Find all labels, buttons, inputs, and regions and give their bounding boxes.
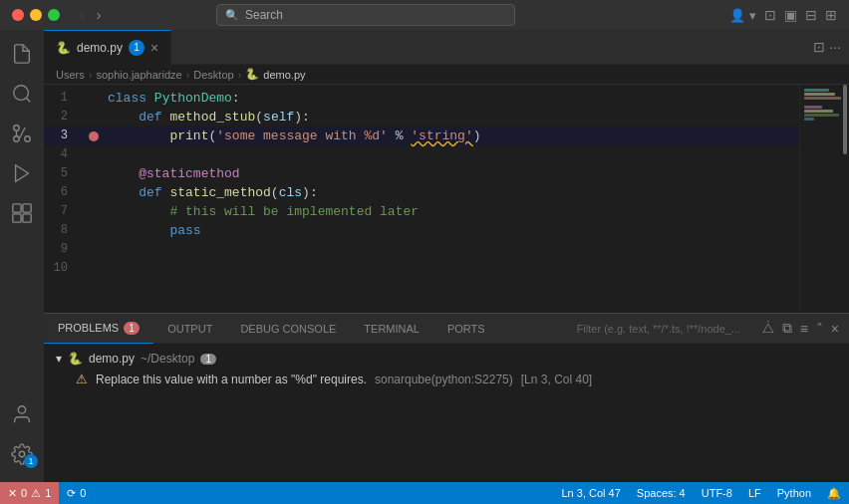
- svg-point-3: [14, 126, 20, 131]
- line-content-4: [104, 145, 791, 164]
- error-icon: ✕: [8, 487, 17, 500]
- minimap-line-2: [804, 93, 835, 96]
- panel-tab-ports[interactable]: PORTS: [433, 314, 499, 344]
- minimap-line-1: [804, 89, 829, 92]
- activity-bar: 1: [0, 30, 44, 482]
- panel-tab-debug-console[interactable]: DEBUG CONSOLE: [226, 314, 350, 344]
- activity-item-run-debug[interactable]: [2, 153, 42, 193]
- warning-icon: ⚠: [76, 372, 88, 386]
- line-number-10: 10: [44, 259, 84, 278]
- layout-button2[interactable]: ▣: [784, 7, 797, 23]
- svg-rect-8: [13, 214, 21, 222]
- panel-tabs: PROBLEMS 1 OUTPUT DEBUG CONSOLE TERMINAL…: [44, 314, 849, 344]
- svg-point-10: [18, 406, 25, 413]
- status-language[interactable]: Python: [769, 482, 819, 504]
- minimap[interactable]: [799, 85, 849, 313]
- status-encoding[interactable]: UTF-8: [694, 482, 740, 504]
- close-panel-button[interactable]: ×: [829, 319, 841, 339]
- line-number-5: 5: [44, 164, 84, 183]
- layout-button3[interactable]: ⊟: [805, 7, 817, 23]
- minimize-button[interactable]: [30, 9, 42, 21]
- window-controls: [12, 9, 60, 21]
- breadcrumb: Users › sophio.japharidze › Desktop › 🐍 …: [44, 65, 849, 85]
- avatar-button[interactable]: 👤 ▾: [729, 8, 756, 23]
- breadcrumb-filename: demo.py: [263, 69, 305, 81]
- tab-close-button[interactable]: ×: [150, 41, 158, 55]
- svg-point-2: [25, 136, 31, 142]
- breakpoint-icon[interactable]: [89, 131, 99, 141]
- breadcrumb-file[interactable]: 🐍 demo.py: [245, 68, 305, 81]
- status-spaces[interactable]: Spaces: 4: [629, 482, 694, 504]
- minimap-line-8: [804, 118, 814, 121]
- breadcrumb-users[interactable]: Users: [56, 69, 85, 81]
- activity-item-explorer[interactable]: [2, 34, 42, 74]
- panel: PROBLEMS 1 OUTPUT DEBUG CONSOLE TERMINAL…: [44, 313, 849, 482]
- activity-item-extensions[interactable]: [2, 193, 42, 233]
- titlebar: ‹ › 🔍 Search 👤 ▾ ⊡ ▣ ⊟ ⊞: [0, 0, 849, 30]
- encoding-text: UTF-8: [702, 487, 732, 499]
- maximize-button[interactable]: [48, 9, 60, 21]
- terminal-label: TERMINAL: [364, 323, 420, 335]
- problems-badge: 1: [124, 322, 140, 335]
- spaces-text: Spaces: 4: [637, 487, 686, 499]
- activity-item-search[interactable]: [2, 74, 42, 114]
- breadcrumb-username[interactable]: sophio.japharidze: [96, 69, 181, 81]
- code-editor[interactable]: 1 class PythonDemo: 2 def method_stub(se…: [44, 85, 799, 313]
- code-line-7: 7 # this will be implemented later: [44, 202, 799, 221]
- collapse-icon: ▾: [56, 352, 62, 366]
- copy-button[interactable]: ⧉: [780, 318, 794, 339]
- problem-item-1[interactable]: ⚠ Replace this value with a number as "%…: [52, 368, 841, 390]
- problem-path: ~/Desktop: [141, 352, 194, 366]
- split-editor-button[interactable]: ⊡: [813, 39, 825, 55]
- problem-file: demo.py: [89, 352, 135, 366]
- status-sync[interactable]: ⟳ 0: [59, 482, 94, 504]
- python-icon: 🐍: [68, 352, 83, 366]
- line-content-9: [104, 240, 791, 259]
- layout-split-button[interactable]: ⊡: [764, 7, 776, 23]
- bell-icon: 🔔: [827, 487, 841, 500]
- line-content-1: class PythonDemo:: [104, 89, 791, 108]
- minimap-content: [800, 85, 849, 126]
- code-line-6: 6 def static_method(cls):: [44, 183, 799, 202]
- layout-button4[interactable]: ⊞: [825, 7, 837, 23]
- search-bar[interactable]: 🔍 Search: [216, 4, 515, 26]
- line-content-5: @staticmethod: [104, 164, 791, 183]
- line-content-3: print('some message with %d' % 'string'): [104, 126, 791, 145]
- breadcrumb-desktop[interactable]: Desktop: [193, 69, 233, 81]
- tab-demo-py[interactable]: 🐍 demo.py 1 ×: [44, 30, 171, 65]
- status-errors[interactable]: ✕ 0 ⚠ 1: [0, 482, 59, 504]
- warning-icon: ⚠: [31, 487, 41, 500]
- line-gutter-3: [84, 131, 104, 141]
- line-content-2: def method_stub(self):: [104, 108, 791, 126]
- status-notifications[interactable]: 🔔: [819, 482, 849, 504]
- activity-item-source-control[interactable]: [2, 114, 42, 153]
- filter-input[interactable]: [577, 323, 756, 335]
- status-position[interactable]: Ln 3, Col 47: [553, 482, 628, 504]
- file-icon: 🐍: [245, 68, 259, 81]
- forward-button[interactable]: ›: [93, 5, 106, 25]
- main-container: 1 🐍 demo.py 1 × ⊡ ··· Users: [0, 30, 849, 482]
- panel-tab-problems[interactable]: PROBLEMS 1: [44, 314, 153, 344]
- panel-tab-output[interactable]: OUTPUT: [153, 314, 226, 344]
- status-line-ending[interactable]: LF: [740, 482, 769, 504]
- panel-content: ▾ 🐍 demo.py ~/Desktop 1 ⚠ Replace this v…: [44, 344, 849, 482]
- close-button[interactable]: [12, 9, 24, 21]
- back-button[interactable]: ‹: [76, 5, 89, 25]
- wrap-button[interactable]: ≡: [798, 319, 810, 339]
- problem-group-header[interactable]: ▾ 🐍 demo.py ~/Desktop 1: [52, 350, 841, 368]
- collapse-button[interactable]: ˄: [814, 319, 825, 339]
- more-actions-button[interactable]: ···: [829, 39, 841, 55]
- status-left: ✕ 0 ⚠ 1 ⟳ 0: [0, 482, 94, 504]
- activity-item-account[interactable]: [2, 394, 42, 434]
- breadcrumb-sep-3: ›: [238, 69, 242, 81]
- filter-button[interactable]: ⧊: [760, 318, 776, 339]
- tab-badge: 1: [129, 40, 144, 56]
- code-line-3: 3 print('some message with %d' % 'string…: [44, 126, 799, 145]
- problems-label: PROBLEMS: [58, 322, 119, 334]
- problem-message: Replace this value with a number as "%d"…: [96, 373, 367, 386]
- code-line-5: 5 @staticmethod: [44, 164, 799, 183]
- panel-tab-terminal[interactable]: TERMINAL: [350, 314, 433, 344]
- breadcrumb-sep-1: ›: [89, 69, 93, 81]
- activity-item-settings[interactable]: 1: [2, 434, 42, 474]
- sync-count: 0: [80, 487, 86, 499]
